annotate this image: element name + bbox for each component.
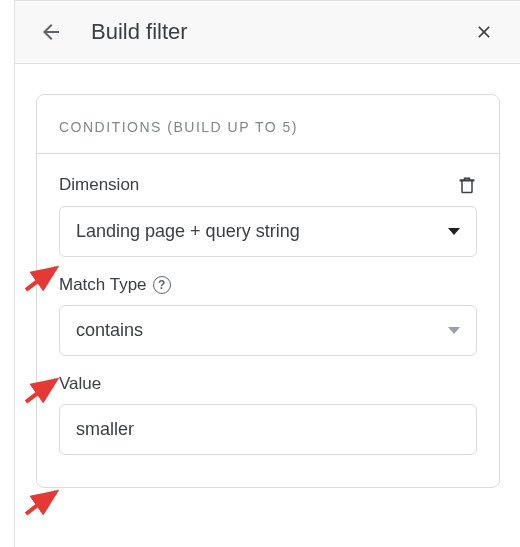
dimension-dropdown[interactable]: Landing page + query string [59, 206, 477, 257]
match-type-selected-value: contains [76, 320, 143, 341]
match-type-label-text: Match Type [59, 275, 147, 295]
delete-condition-icon[interactable] [457, 174, 477, 196]
conditions-card-header: CONDITIONS (BUILD UP TO 5) [37, 95, 499, 154]
dimension-field: Dimension Landing page + query string [59, 174, 477, 257]
value-label: Value [59, 374, 101, 394]
chevron-down-icon [448, 228, 460, 236]
conditions-card: CONDITIONS (BUILD UP TO 5) Dimension Lan… [36, 94, 500, 488]
value-input[interactable] [59, 404, 477, 455]
dimension-label: Dimension [59, 175, 139, 195]
back-arrow-icon[interactable] [39, 20, 63, 44]
dimension-selected-value: Landing page + query string [76, 221, 300, 242]
match-type-label: Match Type ? [59, 275, 171, 295]
chevron-down-icon [448, 327, 460, 335]
dialog-header: Build filter [15, 0, 520, 64]
condition-body: Dimension Landing page + query string Ma… [37, 154, 499, 487]
match-type-field: Match Type ? contains [59, 275, 477, 356]
close-icon[interactable] [472, 20, 496, 44]
dialog-title: Build filter [91, 19, 472, 45]
value-field: Value [59, 374, 477, 455]
match-type-dropdown[interactable]: contains [59, 305, 477, 356]
help-icon[interactable]: ? [153, 276, 171, 294]
conditions-header-text: CONDITIONS (BUILD UP TO 5) [59, 119, 479, 135]
annotation-arrow-icon [22, 486, 62, 516]
outer-border [14, 0, 15, 547]
